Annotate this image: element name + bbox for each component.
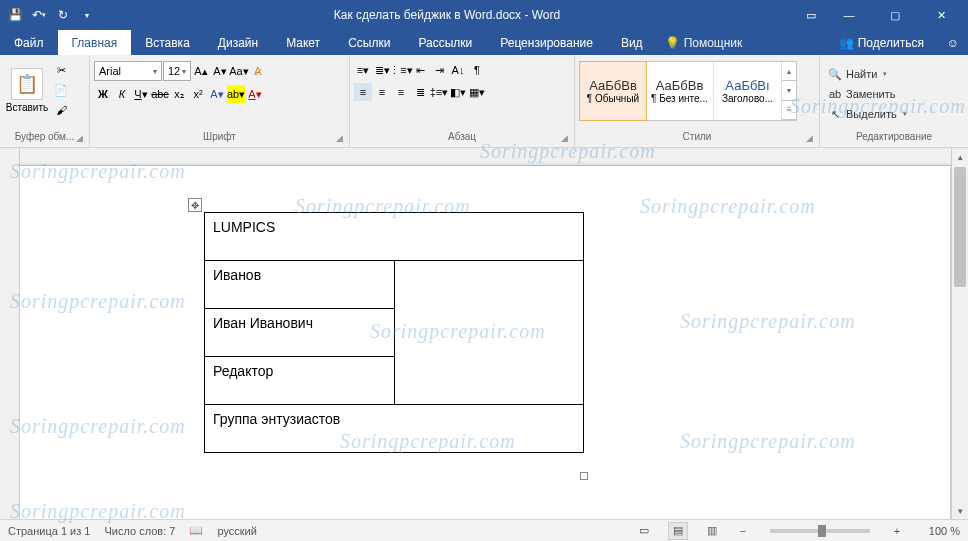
tab-view[interactable]: Вид bbox=[607, 30, 657, 55]
clear-formatting-icon[interactable]: A̷ bbox=[249, 62, 267, 80]
styles-scroll[interactable]: ▴▾≡ bbox=[782, 62, 796, 120]
undo-icon[interactable]: ↶▾ bbox=[28, 4, 50, 26]
tab-review[interactable]: Рецензирование bbox=[486, 30, 607, 55]
status-words[interactable]: Число слов: 7 bbox=[104, 525, 175, 537]
share-button[interactable]: 👥Поделиться bbox=[825, 30, 938, 55]
select-button[interactable]: ↖Выделить▾ bbox=[824, 104, 911, 124]
horizontal-ruler[interactable] bbox=[20, 148, 951, 166]
scroll-down-icon[interactable]: ▾ bbox=[952, 502, 968, 519]
clipboard-launcher-icon[interactable]: ◢ bbox=[76, 133, 83, 143]
find-icon: 🔍 bbox=[828, 67, 842, 81]
vertical-scrollbar[interactable]: ▴ ▾ bbox=[951, 148, 968, 519]
text-effects-icon[interactable]: A▾ bbox=[208, 85, 226, 103]
proofing-icon[interactable]: 📖 bbox=[189, 524, 203, 537]
format-painter-icon[interactable]: 🖌 bbox=[52, 101, 70, 119]
close-button[interactable]: ✕ bbox=[918, 0, 964, 30]
paragraph-launcher-icon[interactable]: ◢ bbox=[561, 133, 568, 143]
font-size-combo[interactable]: 12▾ bbox=[163, 61, 191, 81]
tab-insert[interactable]: Вставка bbox=[131, 30, 204, 55]
change-case-icon[interactable]: Aa▾ bbox=[230, 62, 248, 80]
copy-icon[interactable]: 📄 bbox=[52, 81, 70, 99]
replace-button[interactable]: abЗаменить bbox=[824, 84, 899, 104]
font-name-value: Arial bbox=[99, 65, 121, 77]
zoom-thumb[interactable] bbox=[818, 525, 826, 537]
borders-icon[interactable]: ▦▾ bbox=[468, 83, 486, 101]
align-left-icon[interactable]: ≡ bbox=[354, 83, 372, 101]
italic-button[interactable]: К bbox=[113, 85, 131, 103]
highlight-icon[interactable]: ab▾ bbox=[227, 85, 245, 103]
qat-customize-icon[interactable]: ▾ bbox=[76, 4, 98, 26]
paste-button[interactable]: 📋 Вставить bbox=[4, 57, 50, 123]
table-move-handle-icon[interactable]: ✥ bbox=[188, 198, 202, 212]
status-language[interactable]: русский bbox=[217, 525, 256, 537]
group-label-paragraph: Абзац◢ bbox=[354, 131, 570, 147]
cut-icon[interactable]: ✂ bbox=[52, 61, 70, 79]
ribbon-options-icon[interactable]: ▭ bbox=[796, 0, 826, 30]
view-print-icon[interactable]: ▤ bbox=[668, 522, 688, 540]
tab-mailings[interactable]: Рассылки bbox=[404, 30, 486, 55]
minimize-button[interactable]: — bbox=[826, 0, 872, 30]
table-cell[interactable] bbox=[394, 261, 584, 405]
style-normal[interactable]: АаБбВв ¶ Обычный bbox=[579, 61, 647, 121]
style-heading1[interactable]: АаБбВı Заголово... bbox=[714, 62, 782, 120]
shading-icon[interactable]: ◧▾ bbox=[449, 83, 467, 101]
tab-references[interactable]: Ссылки bbox=[334, 30, 404, 55]
underline-button[interactable]: Ч▾ bbox=[132, 85, 150, 103]
shrink-font-icon[interactable]: A▾ bbox=[211, 62, 229, 80]
sort-icon[interactable]: A↓ bbox=[449, 61, 467, 79]
font-launcher-icon[interactable]: ◢ bbox=[336, 133, 343, 143]
subscript-button[interactable]: x₂ bbox=[170, 85, 188, 103]
grow-font-icon[interactable]: A▴ bbox=[192, 62, 210, 80]
superscript-button[interactable]: x² bbox=[189, 85, 207, 103]
show-marks-icon[interactable]: ¶ bbox=[468, 61, 486, 79]
maximize-button[interactable]: ▢ bbox=[872, 0, 918, 30]
document-page[interactable]: ✥ LUMPICS Иванов Иван Иванович Редактор … bbox=[20, 166, 950, 519]
status-page[interactable]: Страница 1 из 1 bbox=[8, 525, 90, 537]
align-center-icon[interactable]: ≡ bbox=[373, 83, 391, 101]
font-color-icon[interactable]: A▾ bbox=[246, 85, 264, 103]
bullets-icon[interactable]: ≡▾ bbox=[354, 61, 372, 79]
style-preview: АаБбВв bbox=[656, 78, 704, 93]
tab-file[interactable]: Файл bbox=[0, 30, 58, 55]
multilevel-icon[interactable]: ⋮≡▾ bbox=[392, 61, 410, 79]
table-cell[interactable]: Редактор bbox=[205, 357, 395, 405]
style-nospacing[interactable]: АаБбВв ¶ Без инте... bbox=[646, 62, 714, 120]
scroll-up-icon[interactable]: ▴ bbox=[952, 148, 968, 165]
font-name-combo[interactable]: Arial▾ bbox=[94, 61, 162, 81]
table-cell[interactable]: Группа энтузиастов bbox=[205, 405, 584, 453]
align-right-icon[interactable]: ≡ bbox=[392, 83, 410, 101]
zoom-in-button[interactable]: + bbox=[890, 525, 904, 537]
badge-table[interactable]: LUMPICS Иванов Иван Иванович Редактор Гр… bbox=[204, 212, 584, 453]
view-web-icon[interactable]: ▥ bbox=[702, 522, 722, 540]
save-icon[interactable]: 💾 bbox=[4, 4, 26, 26]
decrease-indent-icon[interactable]: ⇤ bbox=[411, 61, 429, 79]
styles-gallery[interactable]: АаБбВв ¶ Обычный АаБбВв ¶ Без инте... Аа… bbox=[579, 61, 797, 121]
table-cell[interactable]: Иванов bbox=[205, 261, 395, 309]
increase-indent-icon[interactable]: ⇥ bbox=[430, 61, 448, 79]
view-read-icon[interactable]: ▭ bbox=[634, 522, 654, 540]
tell-me[interactable]: 💡Помощник bbox=[665, 30, 825, 55]
line-spacing-icon[interactable]: ‡≡▾ bbox=[430, 83, 448, 101]
zoom-level[interactable]: 100 % bbox=[918, 525, 960, 537]
vertical-ruler[interactable] bbox=[0, 148, 20, 519]
tab-design[interactable]: Дизайн bbox=[204, 30, 272, 55]
tab-home[interactable]: Главная bbox=[58, 30, 132, 55]
table-cell[interactable]: LUMPICS bbox=[205, 213, 584, 261]
scroll-thumb[interactable] bbox=[954, 167, 966, 287]
document-viewport[interactable]: ✥ LUMPICS Иванов Иван Иванович Редактор … bbox=[20, 148, 951, 519]
zoom-out-button[interactable]: − bbox=[736, 525, 750, 537]
redo-icon[interactable]: ↻ bbox=[52, 4, 74, 26]
numbering-icon[interactable]: ≣▾ bbox=[373, 61, 391, 79]
zoom-slider[interactable] bbox=[770, 529, 870, 533]
justify-icon[interactable]: ≣ bbox=[411, 83, 429, 101]
strikethrough-button[interactable]: abc bbox=[151, 85, 169, 103]
feedback-icon[interactable]: ☺ bbox=[938, 30, 968, 55]
table-resize-handle-icon[interactable] bbox=[580, 472, 588, 480]
share-icon: 👥 bbox=[839, 36, 854, 50]
bold-button[interactable]: Ж bbox=[94, 85, 112, 103]
style-preview: АаБбВв bbox=[589, 78, 637, 93]
tab-layout[interactable]: Макет bbox=[272, 30, 334, 55]
styles-launcher-icon[interactable]: ◢ bbox=[806, 133, 813, 143]
table-cell[interactable]: Иван Иванович bbox=[205, 309, 395, 357]
find-button[interactable]: 🔍Найти▾ bbox=[824, 64, 891, 84]
